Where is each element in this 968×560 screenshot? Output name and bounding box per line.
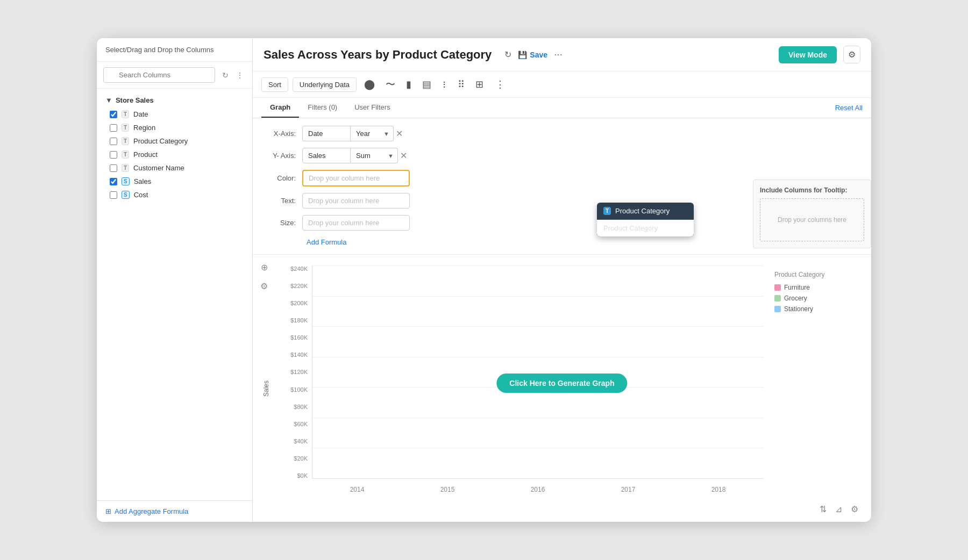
cost-checkbox[interactable] [110, 191, 117, 199]
axis-config: X-Axis: Date Year Month Day ▼ [253, 118, 871, 255]
save-icon: 💾 [518, 51, 527, 59]
sidebar-item-sales[interactable]: S Sales [97, 175, 252, 188]
bar-chart-icon[interactable]: ▮ [403, 76, 415, 92]
page-title: Sales Across Years by Product Category [264, 48, 492, 62]
x-tick: 2016 [493, 479, 583, 500]
add-aggregate-formula-link[interactable]: ⊞ Add Aggregate Formula [105, 507, 244, 515]
text-label: Text: [264, 197, 296, 205]
main-content: Sales Across Years by Product Category ↻… [253, 38, 871, 522]
more-options-button[interactable]: ⋮ [234, 69, 246, 82]
product-checkbox[interactable] [110, 151, 117, 159]
y-tick: $40K [294, 438, 308, 444]
settings-button[interactable]: ⚙ [843, 46, 860, 63]
date-label: Date [133, 110, 148, 118]
size-drop-field[interactable]: Drop your column here [302, 215, 410, 231]
underlying-data-button[interactable]: Underlying Data [293, 77, 357, 92]
dropdown-popup: T Product Category Product Category [597, 203, 694, 236]
product-type-badge: T [122, 150, 129, 159]
customer-name-checkbox[interactable] [110, 164, 117, 172]
stacked-bar-icon[interactable]: ⫶ [439, 77, 450, 92]
x-axis-remove-button[interactable]: ✕ [396, 128, 403, 139]
circle-icon: ⬤ [361, 76, 378, 92]
bars-area [312, 265, 764, 479]
x-axis-row: X-Axis: Date Year Month Day ▼ [264, 126, 860, 141]
sidebar-item-date[interactable]: T Date [97, 107, 252, 121]
sidebar-item-customer-name[interactable]: T Customer Name [97, 161, 252, 175]
y-axis-remove-button[interactable]: ✕ [400, 150, 407, 161]
grouped-bar-icon[interactable]: ▤ [419, 76, 435, 92]
region-checkbox[interactable] [110, 124, 117, 132]
legend-title: Product Category [774, 271, 860, 278]
x-tick: 2014 [312, 479, 402, 500]
y-axis-field-group: Sales Sum Count Average ▼ ✕ [302, 148, 407, 163]
x-axis-select[interactable]: Year Month Day [351, 126, 394, 141]
tab-graph[interactable]: Graph [261, 98, 299, 118]
legend-label: Stationery [784, 305, 813, 313]
pivot-icon[interactable]: ⊞ [472, 76, 487, 92]
legend-color-swatch [774, 295, 781, 301]
reset-all-link[interactable]: Reset All [835, 98, 863, 117]
tooltip-include-area: Include Columns for Tooltip: Drop your c… [753, 180, 871, 248]
search-icon-wrap: 🔍 [103, 67, 217, 83]
toolbar: Sort Underlying Data ⬤ 〜 ▮ ▤ ⫶ ⠿ ⊞ ⋮ [253, 71, 871, 98]
search-input[interactable] [103, 67, 215, 83]
graph-area: Graph Filters (0) User Filters Reset All… [253, 98, 871, 522]
color-drop-field[interactable]: Drop your column here [302, 170, 410, 186]
settings-chart-button[interactable]: ⚙ [849, 502, 860, 516]
tab-user-filters[interactable]: User Filters [346, 98, 398, 118]
sort-button[interactable]: Sort [261, 77, 288, 92]
refresh-button[interactable]: ↻ [502, 47, 514, 62]
sidebar: Select/Drag and Drop the Columns 🔍 ↻ ⋮ ▼… [97, 38, 253, 522]
y-tick: $160K [290, 334, 308, 341]
legend-item: Stationery [774, 305, 860, 313]
legend-label: Grocery [784, 295, 807, 302]
legend-label: Furniture [784, 284, 810, 291]
sidebar-item-region[interactable]: T Region [97, 121, 252, 134]
line-chart-icon[interactable]: 〜 [382, 76, 398, 93]
y-tick: $220K [290, 283, 308, 289]
cost-label: Cost [134, 191, 148, 199]
main-header: Sales Across Years by Product Category ↻… [253, 38, 871, 71]
date-type-badge: T [122, 110, 129, 118]
add-formula-link[interactable]: Add Formula [307, 238, 346, 246]
refresh-icon-button[interactable]: ↻ [220, 69, 231, 82]
more-menu-button[interactable]: ⋯ [552, 47, 565, 62]
scatter-icon[interactable]: ⠿ [454, 76, 468, 92]
sidebar-search-row: 🔍 ↻ ⋮ [97, 62, 252, 89]
x-axis: 20142015201620172018 [312, 479, 764, 500]
filter-add-button[interactable]: ⊕ [258, 260, 270, 275]
sort-chart-button[interactable]: ⇅ [817, 502, 829, 516]
customer-name-label: Customer Name [133, 164, 184, 172]
tab-filters[interactable]: Filters (0) [299, 98, 346, 118]
sidebar-section: ▼ Store Sales T Date T Region T Product … [97, 89, 252, 206]
y-tick: $140K [290, 351, 308, 358]
region-type-badge: T [122, 124, 129, 132]
y-axis-select[interactable]: Sum Count Average [351, 148, 398, 163]
chart-settings-button[interactable]: ⚙ [258, 279, 270, 293]
date-checkbox[interactable] [110, 111, 117, 118]
sidebar-item-product-category[interactable]: T Product Category [97, 134, 252, 148]
filter-chart-button[interactable]: ⊿ [833, 502, 844, 516]
legend-color-swatch [774, 306, 781, 312]
dropdown-popup-header: T Product Category [597, 203, 694, 220]
save-button[interactable]: 💾 Save [518, 51, 547, 59]
popup-product-category-item[interactable]: Product Category [597, 220, 694, 236]
x-tick: 2018 [673, 479, 764, 500]
popup-type-badge: T [603, 207, 611, 215]
tabs-row: Graph Filters (0) User Filters Reset All [253, 98, 871, 118]
y-tick: $0K [297, 472, 308, 479]
toolbar-more-button[interactable]: ⋮ [491, 76, 509, 92]
sidebar-item-product[interactable]: T Product [97, 148, 252, 161]
sidebar-section-header[interactable]: ▼ Store Sales [97, 93, 252, 107]
text-drop-field[interactable]: Drop your column here [302, 193, 410, 209]
sidebar-item-cost[interactable]: S Cost [97, 188, 252, 202]
tooltip-drop-area[interactable]: Drop your columns here [760, 198, 864, 241]
view-mode-button[interactable]: View Mode [779, 46, 837, 63]
sales-checkbox[interactable] [110, 178, 117, 185]
product-category-checkbox[interactable] [110, 138, 117, 145]
sidebar-header: Select/Drag and Drop the Columns [97, 38, 252, 62]
generate-graph-button[interactable]: Click Here to Generate Graph [496, 374, 627, 393]
y-axis-row: Y- Axis: Sales Sum Count Average ▼ [264, 148, 860, 163]
sales-label: Sales [134, 177, 152, 185]
y-tick: $240K [290, 265, 308, 272]
